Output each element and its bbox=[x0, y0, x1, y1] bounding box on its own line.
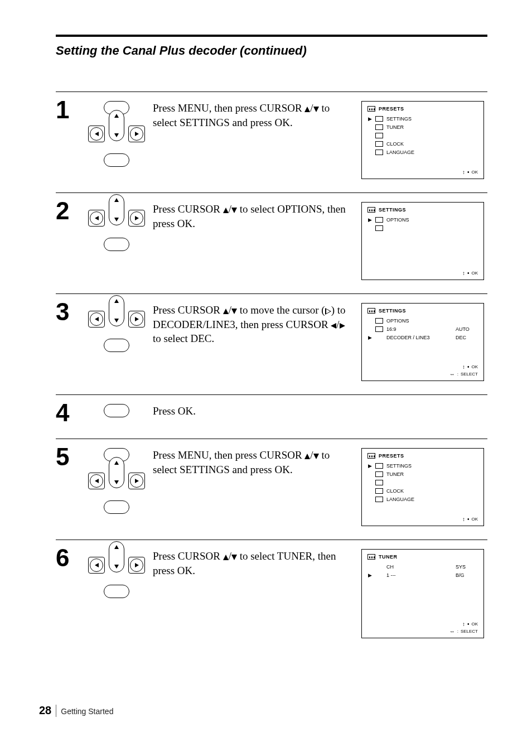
row-label: OPTIONS bbox=[386, 318, 478, 324]
film-icon bbox=[375, 463, 383, 469]
row-label: 1 --- bbox=[386, 572, 452, 578]
arrow-up-icon bbox=[304, 454, 310, 459]
dpad-right-icon bbox=[128, 210, 145, 227]
dpad-right-icon bbox=[128, 311, 145, 328]
step-screen-col: SETTINGS▶OPTIONSOK bbox=[361, 199, 487, 280]
row-label: TUNER bbox=[386, 124, 478, 130]
row-label: DECODER / LINE3 bbox=[386, 335, 452, 340]
film-icon bbox=[367, 308, 375, 314]
step-screen-col: SETTINGSOPTIONS16:9AUTO▶DECODER / LINE3D… bbox=[361, 300, 487, 381]
switch-icon bbox=[375, 326, 383, 332]
dpad-left-icon bbox=[88, 557, 105, 574]
osd-screen: PRESETS▶SETTINGSTUNERCLOCKLANGUAGEOK bbox=[361, 101, 484, 179]
clock-icon bbox=[375, 141, 383, 147]
play-cursor-icon bbox=[325, 308, 331, 315]
row-cursor-icon: ▶ bbox=[367, 217, 372, 223]
osd-title: PRESETS bbox=[379, 106, 404, 112]
osd-title: PRESETS bbox=[379, 453, 404, 459]
osd-row: TUNER bbox=[367, 470, 478, 478]
osd-header: SETTINGS bbox=[367, 207, 478, 213]
step-instruction: Press CURSOR / to select OPTIONS, then p… bbox=[153, 202, 351, 230]
step-number: 6 bbox=[56, 546, 80, 570]
osd-row: TUNER bbox=[367, 123, 478, 131]
step-text-col: Press CURSOR / to select OPTIONS, then p… bbox=[153, 199, 361, 230]
row-cursor-icon: ▶ bbox=[367, 335, 372, 340]
osd-row: CLOCK bbox=[367, 140, 478, 147]
arrow-down-icon bbox=[313, 454, 319, 459]
osd-footer: OK:SELECT bbox=[449, 621, 478, 634]
step-row: 2Press CURSOR / to select OPTIONS, then … bbox=[56, 193, 487, 293]
arrow-down-icon bbox=[231, 309, 237, 314]
steps-container: 1Press MENU, then press CURSOR / to sele… bbox=[56, 92, 487, 652]
clock-box-icon bbox=[375, 480, 383, 485]
step-row: 3Press CURSOR / to move the cursor () to… bbox=[56, 294, 487, 394]
step-icons-col bbox=[80, 546, 153, 598]
row-value: DEC bbox=[456, 335, 478, 340]
page-footer: 28 Getting Started bbox=[39, 704, 113, 717]
osd-row: ▶OPTIONS bbox=[367, 216, 478, 223]
osd-title: SETTINGS bbox=[379, 308, 406, 314]
remote-icons bbox=[87, 202, 146, 234]
ok-button-icon bbox=[104, 500, 129, 514]
arrow-down-icon bbox=[231, 555, 237, 560]
osd-header: PRESETS bbox=[367, 106, 478, 112]
row-cursor-icon: ▶ bbox=[367, 572, 372, 578]
leftright-arrows-icon bbox=[449, 371, 455, 377]
remote-icons bbox=[104, 238, 129, 251]
arrow-up-icon bbox=[223, 208, 229, 213]
osd-row: 16:9AUTO bbox=[367, 325, 478, 333]
remote-icons bbox=[104, 500, 129, 514]
row-label: CLOCK bbox=[386, 488, 478, 494]
osd-row: LANGUAGE bbox=[367, 495, 478, 503]
updown-arrows-icon bbox=[462, 364, 465, 370]
lang-icon bbox=[375, 497, 383, 502]
step-screen-col: PRESETS▶SETTINGSTUNERCLOCKLANGUAGEOK bbox=[361, 445, 487, 526]
osd-screen: PRESETS▶SETTINGSTUNERCLOCKLANGUAGEOK bbox=[361, 448, 484, 526]
osd-row: ▶DECODER / LINE3DEC bbox=[367, 334, 478, 341]
step-instruction: Press CURSOR / to select TUNER, then pre… bbox=[153, 549, 351, 577]
dpad-right-icon bbox=[128, 126, 145, 142]
row-label: LANGUAGE bbox=[386, 150, 478, 155]
dpad-icon bbox=[87, 202, 146, 234]
osd-footer: OK bbox=[462, 169, 478, 175]
arrow-down-icon bbox=[313, 107, 319, 112]
osd-footer: OK:SELECT bbox=[449, 364, 478, 377]
osd-header: TUNER bbox=[367, 554, 478, 560]
remote-icons bbox=[87, 303, 146, 335]
leftright-arrows-icon bbox=[449, 628, 455, 634]
step-screen-col: PRESETS▶SETTINGSTUNERCLOCKLANGUAGEOK bbox=[361, 98, 487, 179]
arrow-up-icon bbox=[223, 309, 229, 314]
step-number: 2 bbox=[56, 199, 80, 223]
dpad-icon bbox=[87, 549, 146, 581]
remote-icons bbox=[104, 153, 129, 167]
step-icons-col bbox=[80, 98, 153, 167]
osd-row: CHSYS bbox=[367, 563, 478, 570]
dpad-icon bbox=[87, 303, 146, 335]
antenna-icon bbox=[375, 471, 383, 477]
step-screen-col: TUNERCHSYS▶1 ---B/GOK:SELECT bbox=[361, 546, 487, 638]
ok-button-icon bbox=[104, 153, 129, 167]
step-text-col: Press OK. bbox=[153, 401, 361, 418]
footer-section: Getting Started bbox=[61, 707, 113, 716]
step-icons-col bbox=[80, 199, 153, 251]
remote-icons bbox=[104, 404, 129, 417]
bullet-icon bbox=[467, 364, 470, 370]
lang-icon bbox=[375, 150, 383, 155]
remote-icons bbox=[87, 118, 146, 150]
osd-screen: TUNERCHSYS▶1 ---B/GOK:SELECT bbox=[361, 549, 484, 638]
step-number: 4 bbox=[56, 401, 80, 425]
antenna-icon bbox=[367, 554, 375, 560]
step-number: 1 bbox=[56, 98, 80, 122]
row-cursor-icon: ▶ bbox=[367, 463, 372, 469]
row-label: OPTIONS bbox=[386, 217, 478, 223]
osd-screen: SETTINGSOPTIONS16:9AUTO▶DECODER / LINE3D… bbox=[361, 303, 484, 381]
dpad-updown-icon bbox=[109, 457, 124, 488]
updown-arrows-icon bbox=[462, 621, 465, 627]
osd-row: ▶1 ---B/G bbox=[367, 571, 478, 579]
dpad-icon bbox=[87, 465, 146, 497]
osd-row bbox=[367, 224, 478, 232]
osd-row: ▶SETTINGS bbox=[367, 115, 478, 122]
step-text-col: Press CURSOR / to move the cursor () to … bbox=[153, 300, 361, 346]
step-row: 6Press CURSOR / to select TUNER, then pr… bbox=[56, 540, 487, 652]
remote-icons bbox=[104, 339, 129, 352]
